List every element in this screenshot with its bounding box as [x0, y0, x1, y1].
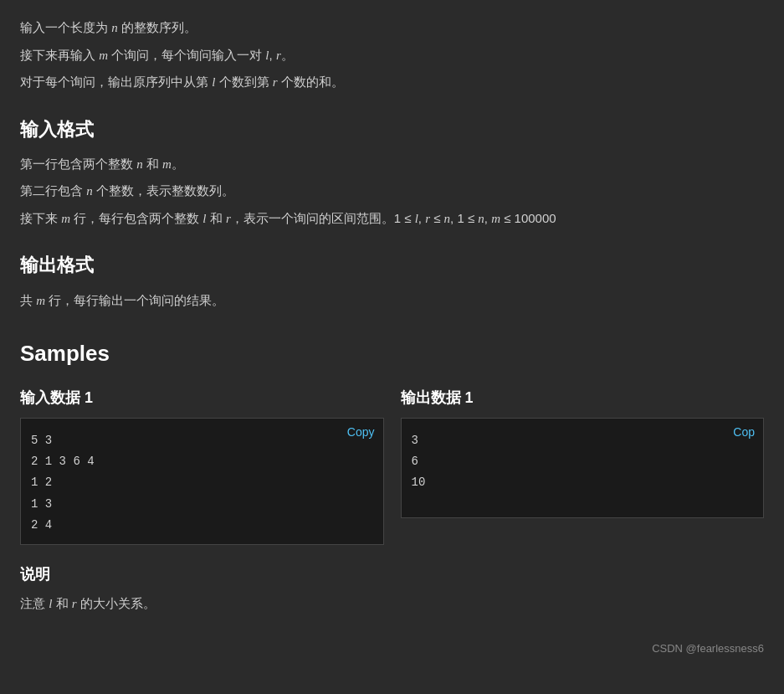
output-format-heading: 输出格式	[20, 249, 764, 280]
input-sample-1-title: 输入数据 1	[20, 385, 384, 411]
output-sample-1-code: 3 6 10	[412, 427, 754, 494]
input-format-heading: 输入格式	[20, 114, 764, 145]
note-section: 说明 注意 l 和 r 的大小关系。	[20, 562, 764, 614]
desc-line1: 输入一个长度为 n 的整数序列。	[20, 17, 764, 39]
output-sample-1-container: Cop 3 6 10	[401, 418, 765, 518]
samples-heading: Samples	[20, 335, 764, 372]
desc-line2: 接下来再输入 m 个询问，每个询问输入一对 l, r。	[20, 44, 764, 67]
note-line1: 注意 l 和 r 的大小关系。	[20, 593, 764, 615]
input-format-line1: 第一行包含两个整数 n 和 m。	[20, 153, 764, 176]
copy-input-button[interactable]: Copy	[347, 425, 375, 439]
input-sample-1-container: Copy 5 3 2 1 3 6 4 1 2 1 3 2 4	[20, 418, 384, 545]
input-sample-1-code: 5 3 2 1 3 6 4 1 2 1 3 2 4	[31, 427, 373, 536]
output-sample-1-title: 输出数据 1	[401, 385, 765, 411]
input-sample-1: 输入数据 1 Copy 5 3 2 1 3 6 4 1 2 1 3 2 4	[20, 385, 384, 545]
note-title: 说明	[20, 562, 764, 588]
input-format-line2: 第二行包含 n 个整数，表示整数数列。	[20, 180, 764, 203]
output-format-line1: 共 m 行，每行输出一个询问的结果。	[20, 290, 764, 312]
desc-line3: 对于每个询问，输出原序列中从第 l 个数到第 r 个数的和。	[20, 71, 764, 94]
copy-output-button[interactable]: Cop	[733, 425, 755, 439]
samples-grid: 输入数据 1 Copy 5 3 2 1 3 6 4 1 2 1 3 2 4 输出…	[20, 385, 764, 545]
output-sample-1: 输出数据 1 Cop 3 6 10	[401, 385, 765, 545]
footer-credit: CSDN @fearlessness6	[20, 640, 764, 658]
input-format-line3: 接下来 m 行，每行包含两个整数 l 和 r，表示一个询问的区间范围。1 ≤ l…	[20, 208, 764, 230]
